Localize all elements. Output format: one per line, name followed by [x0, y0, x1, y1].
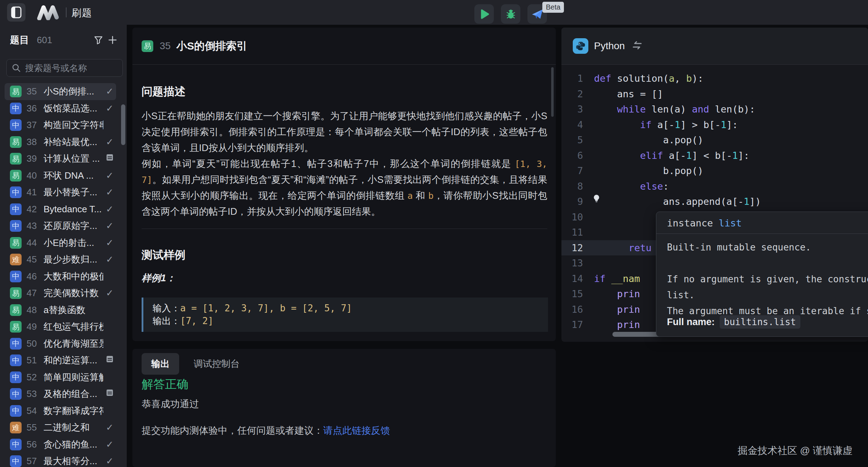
code-line[interactable]: 8 else: — [561, 179, 868, 194]
problem-list-item[interactable]: 中41最小替换子...✓ — [5, 184, 116, 201]
filter-button[interactable] — [91, 35, 105, 45]
line-number: 6 — [561, 150, 583, 161]
lightbulb-icon[interactable] — [593, 194, 600, 203]
problem-list-item[interactable]: 中42Bytedance T...✓ — [5, 201, 116, 218]
text-run: a = [1, 2, 3, 7], b = [2, 5, 7] — [180, 303, 352, 313]
code-line[interactable]: 9 ans.append(a[-1]) — [561, 194, 868, 209]
switch-language-icon[interactable] — [632, 41, 643, 51]
problem-list-item[interactable]: 中50优化青海湖至景... — [5, 335, 116, 352]
problem-number: 54 — [27, 405, 44, 416]
memo-icon — [105, 355, 114, 363]
problem-title: 计算从位置 ... — [44, 152, 103, 165]
sidebar-scrollbar[interactable] — [121, 104, 125, 145]
problem-list-item[interactable]: 中53及格的组合... — [5, 386, 116, 403]
code-text: if __nam — [583, 273, 640, 284]
page-title: 小S的倒排索引 — [176, 39, 247, 53]
problem-list-item[interactable]: 易44小E的射击...✓ — [5, 235, 116, 252]
tooltip-signature: instance list — [656, 212, 868, 234]
code-line[interactable]: 1def solution(a, b): — [561, 71, 868, 86]
tab-debug-console[interactable]: 调试控制台 — [184, 353, 249, 375]
line-number: 17 — [561, 319, 583, 330]
line-number: 8 — [561, 181, 583, 192]
difficulty-badge: 中 — [10, 455, 22, 467]
plus-icon — [108, 35, 118, 45]
check-icon: ✓ — [103, 288, 116, 299]
line-number: 9 — [561, 196, 583, 207]
problem-list-item[interactable]: 中51和的逆运算... — [5, 352, 116, 369]
search-box[interactable] — [6, 59, 123, 77]
difficulty-badge: 中 — [10, 220, 22, 232]
tooltip-doc-line: If no argument is given, the construc — [667, 271, 868, 287]
memo-icon — [105, 153, 114, 162]
problem-list-item[interactable]: 中46大数和中的极值... — [5, 268, 116, 285]
text-run: 小S正在帮助她的朋友们建立一个搜索引擎。为了让用户能够更快地找到他们感兴趣的帖子… — [142, 111, 547, 153]
run-button[interactable] — [474, 4, 494, 24]
check-icon: ✓ — [103, 137, 116, 148]
sample-code-block: 输入：a = [1, 2, 3, 7], b = [2, 5, 7] 输出：[7… — [142, 298, 548, 332]
problem-list-item[interactable]: 难55二进制之和✓ — [5, 419, 116, 436]
problem-header: 易 35 小S的倒排索引 — [132, 28, 556, 65]
problem-list-item[interactable]: 易49红包运气排行榜 — [5, 318, 116, 335]
bug-icon — [505, 8, 517, 20]
problem-scrollbar[interactable] — [551, 67, 554, 117]
code-text: else: — [583, 181, 669, 192]
problem-list-item[interactable]: 易39计算从位置 ... — [5, 150, 116, 167]
problem-list-item[interactable]: 中56贪心猫的鱼...✓ — [5, 436, 116, 453]
feedback-link[interactable]: 请点此链接反馈 — [323, 425, 390, 436]
sidebar-header: 题目 601 — [10, 34, 120, 46]
line-number: 12 — [561, 242, 583, 253]
sample-label: 样例1： — [142, 272, 176, 284]
code-line[interactable]: 7 b.pop() — [561, 163, 868, 179]
problem-list-item[interactable]: 中57最大相等分...✓ — [5, 453, 116, 467]
check-icon: ✓ — [103, 103, 116, 114]
app-logo[interactable] — [36, 5, 60, 22]
problem-list-item[interactable]: 中36饭馆菜品选...✓ — [5, 100, 116, 117]
output-panel: 输出 调试控制台 解答正确 恭喜成功通过 提交功能内测体验中，任何问题或者建议：… — [132, 349, 556, 467]
code-text: while len(a) and len(b): — [583, 104, 755, 115]
text-run: 和 — [413, 190, 428, 201]
problem-list-item[interactable]: 中52简单四则运算解... — [5, 369, 116, 386]
problem-list-item[interactable]: 易38补给站最优...✓ — [5, 134, 116, 151]
problem-list-item[interactable]: 中43还原原始字...✓ — [5, 218, 116, 235]
search-input[interactable] — [25, 63, 114, 73]
check-icon: ✓ — [103, 422, 116, 433]
code-line[interactable]: 5 a.pop() — [561, 132, 868, 148]
problem-list-item[interactable]: 易35小S的倒排...✓ — [5, 83, 116, 100]
code-text: prin — [583, 319, 640, 330]
code-text: ans = [] — [583, 88, 663, 99]
code-line[interactable]: 3 while len(a) and len(b): — [561, 102, 868, 117]
text-run: a — [407, 191, 413, 201]
tooltip-doc-line — [667, 255, 868, 271]
problem-list-item[interactable]: 中37构造回文字符串... — [5, 117, 116, 134]
tab-output[interactable]: 输出 — [142, 353, 179, 375]
difficulty-badge: 易 — [10, 170, 22, 181]
problem-list-item[interactable]: 易47完美偶数计数✓ — [5, 285, 116, 302]
problem-title: 贪心猫的鱼... — [44, 438, 103, 451]
toggle-sidebar-button[interactable] — [7, 3, 25, 22]
code-text: elif a[-1] < b[-1]: — [583, 150, 749, 161]
code-text: if a[-1] > b[-1]: — [583, 119, 738, 130]
problem-list-item[interactable]: 易40环状 DNA ...✓ — [5, 167, 116, 184]
difficulty-badge: 中 — [10, 271, 22, 282]
problem-title: 二进制之和 — [44, 421, 103, 434]
problem-list-item[interactable]: 难45最少步数归...✓ — [5, 251, 116, 268]
code-line[interactable]: 2 ans = [] — [561, 86, 868, 102]
problem-number: 52 — [27, 372, 44, 383]
code-text: retu — [583, 242, 652, 253]
problem-title: 构造回文字符串... — [44, 119, 103, 131]
problem-title: 还原原始字... — [44, 220, 103, 232]
check-icon: ✓ — [103, 254, 116, 265]
add-problem-button[interactable] — [105, 35, 120, 45]
code-text: ans.append(a[-1]) — [583, 196, 761, 207]
problem-list-item[interactable]: 中54数字翻译成字符... — [5, 403, 116, 420]
problem-number: 43 — [27, 220, 44, 231]
difficulty-badge: 中 — [10, 119, 22, 131]
code-line[interactable]: 6 elif a[-1] < b[-1]: — [561, 148, 868, 163]
problem-number: 39 — [27, 153, 44, 164]
top-bar: 刷题 Beta — [0, 0, 868, 25]
code-line[interactable]: 4 if a[-1] > b[-1]: — [561, 117, 868, 133]
play-icon — [478, 8, 490, 20]
hover-tooltip: instance list Built-in mutable sequence.… — [656, 212, 868, 337]
debug-button[interactable] — [501, 4, 520, 24]
problem-list-item[interactable]: 易48a替换函数 — [5, 302, 116, 319]
